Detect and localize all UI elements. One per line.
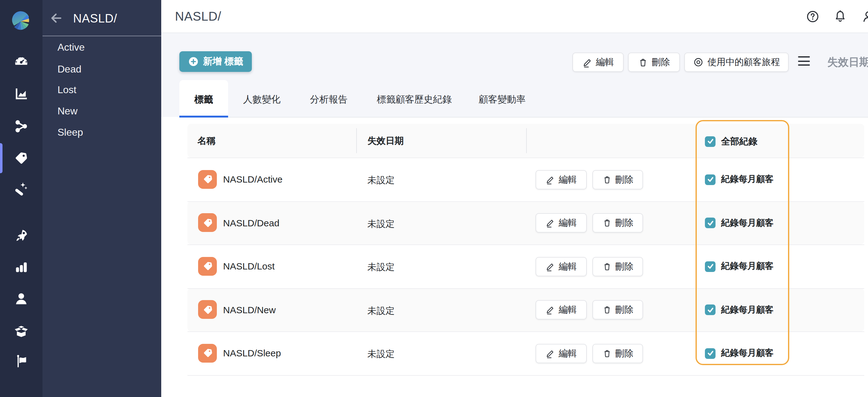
- record-monthly-label: 紀錄每月顧客: [721, 304, 774, 315]
- trash-icon: [638, 57, 648, 67]
- row-delete-button[interactable]: 刪除: [592, 213, 643, 233]
- row-edit-button[interactable]: 編輯: [535, 343, 587, 363]
- tag-name: NASLD/Active: [223, 174, 282, 184]
- tag-expiry: 未設定: [367, 348, 395, 360]
- box-icon[interactable]: [14, 324, 29, 339]
- row-divider: [187, 375, 864, 375]
- tag-expiry: 未設定: [367, 305, 395, 317]
- check-icon: [707, 138, 714, 145]
- sidebar-item-new[interactable]: New: [58, 104, 151, 119]
- app-window: NASLD/ Active Dead Lost New Sleep NASLD/: [0, 0, 868, 397]
- record-monthly-label: 紀錄每月顧客: [721, 174, 774, 185]
- row-divider: [187, 331, 864, 332]
- tag-group-title: NASLD/: [73, 12, 117, 26]
- icon-rail: [0, 0, 42, 397]
- edit-button[interactable]: 編輯: [572, 53, 624, 72]
- edit-label: 編輯: [596, 56, 614, 68]
- record-monthly-label: 紀錄每月顧客: [721, 217, 774, 228]
- notifications-bell-icon[interactable]: [833, 9, 847, 24]
- app-logo-icon[interactable]: [10, 9, 32, 32]
- row-edit-button[interactable]: 編輯: [535, 170, 587, 189]
- tag-expiry: 未設定: [367, 218, 395, 230]
- row-edit-label: 編輯: [559, 217, 577, 229]
- tag-name: NASLD/Sleep: [223, 347, 281, 358]
- table-row: NASLD/Dead 未設定 編輯 刪除 紀錄每月顧客: [187, 201, 864, 244]
- sidebar-item-sleep[interactable]: Sleep: [58, 125, 151, 140]
- tag-badge-icon: [198, 343, 217, 362]
- subnav-divider: [42, 36, 161, 36]
- menu-icon[interactable]: [798, 56, 810, 66]
- page-title: NASLD/: [175, 9, 221, 24]
- sort-field-label[interactable]: 失效日期: [827, 55, 868, 69]
- tag-badge-icon: [198, 257, 217, 275]
- share-icon[interactable]: [14, 119, 29, 134]
- row-delete-button[interactable]: 刪除: [592, 170, 643, 189]
- record-monthly-checkbox[interactable]: [705, 218, 715, 228]
- record-monthly-checkbox[interactable]: [705, 348, 715, 359]
- row-edit-label: 編輯: [559, 174, 577, 185]
- tag-expiry: 未設定: [367, 261, 395, 273]
- all-records-checkbox[interactable]: [705, 136, 715, 147]
- tag-icon[interactable]: [14, 151, 29, 166]
- table-row: NASLD/Active 未設定 編輯 刪除 紀錄每月顧客: [187, 157, 864, 201]
- tag-expiry: 未設定: [367, 175, 395, 186]
- tag-group-sidebar: NASLD/ Active Dead Lost New Sleep: [42, 0, 161, 397]
- tab-analysis-report[interactable]: 分析報告: [310, 94, 347, 106]
- area-chart-icon[interactable]: [14, 86, 29, 101]
- row-divider: [187, 288, 864, 288]
- rocket-icon[interactable]: [14, 228, 29, 243]
- record-monthly-checkbox[interactable]: [705, 261, 715, 272]
- tab-population-change[interactable]: 人數變化: [243, 94, 281, 106]
- row-delete-button[interactable]: 刪除: [592, 257, 643, 276]
- tab-active-underline: [179, 115, 228, 117]
- record-monthly-checkbox[interactable]: [705, 304, 715, 315]
- table-header-row: 名稱 失效日期 全部紀錄: [187, 124, 864, 157]
- column-divider: [526, 128, 527, 153]
- row-divider: [187, 157, 864, 158]
- row-delete-label: 刪除: [615, 261, 633, 272]
- tag-badge-icon: [198, 170, 217, 188]
- sidebar-item-lost[interactable]: Lost: [58, 83, 151, 97]
- tag-group-header: NASLD/: [42, 0, 161, 36]
- active-journey-label: 使用中的顧客旅程: [707, 56, 780, 68]
- column-header-name: 名稱: [197, 135, 216, 147]
- tag-badge-icon: [198, 213, 217, 232]
- row-delete-label: 刪除: [615, 174, 633, 185]
- row-edit-button[interactable]: 編輯: [535, 300, 587, 319]
- tag-name: NASLD/New: [223, 304, 276, 315]
- row-delete-label: 刪除: [615, 347, 633, 359]
- person-icon[interactable]: [14, 291, 29, 306]
- bar-chart-icon[interactable]: [14, 259, 29, 274]
- delete-label: 刪除: [652, 56, 670, 68]
- pencil-icon: [582, 57, 592, 67]
- tab-churn-rate[interactable]: 顧客變動率: [479, 94, 526, 106]
- delete-button[interactable]: 刪除: [628, 53, 680, 72]
- account-icon[interactable]: [861, 9, 868, 24]
- row-delete-button[interactable]: 刪除: [592, 300, 643, 319]
- gauge-icon[interactable]: [14, 53, 29, 68]
- tab-customer-history[interactable]: 標籤顧客歷史紀錄: [377, 94, 452, 106]
- tab-tags[interactable]: 標籤: [194, 94, 213, 106]
- tag-name: NASLD/Dead: [223, 217, 279, 228]
- rail-active-indicator: [0, 143, 2, 173]
- topbar: NASLD/: [161, 0, 868, 33]
- row-delete-button[interactable]: 刪除: [592, 343, 643, 363]
- sidebar-item-dead[interactable]: Dead: [58, 62, 151, 77]
- add-tag-button[interactable]: 新增 標籤: [179, 51, 252, 72]
- record-monthly-checkbox[interactable]: [705, 174, 715, 185]
- column-divider: [356, 128, 357, 153]
- row-edit-label: 編輯: [559, 261, 577, 272]
- tab-hairline: [228, 117, 868, 117]
- magic-wand-icon[interactable]: [14, 181, 29, 196]
- sidebar-item-active[interactable]: Active: [58, 40, 151, 55]
- help-icon[interactable]: [806, 9, 820, 24]
- plus-circle-icon: [188, 56, 199, 67]
- row-divider: [187, 244, 864, 245]
- row-edit-button[interactable]: 編輯: [535, 213, 587, 233]
- table-row: NASLD/Lost 未設定 編輯 刪除 紀錄每月顧客: [187, 244, 864, 288]
- back-arrow-icon[interactable]: [50, 12, 62, 24]
- flag-icon[interactable]: [14, 354, 29, 369]
- row-edit-button[interactable]: 編輯: [535, 257, 587, 276]
- row-divider: [187, 201, 864, 202]
- active-journey-button[interactable]: 使用中的顧客旅程: [684, 53, 788, 72]
